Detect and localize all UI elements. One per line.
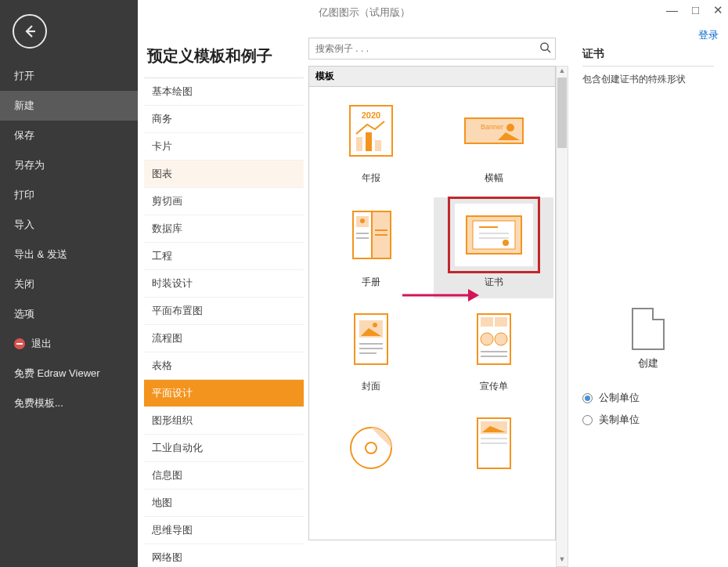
- search-icon[interactable]: [535, 42, 555, 56]
- search-input[interactable]: [309, 43, 535, 54]
- scroll-up-icon[interactable]: ▲: [557, 67, 568, 78]
- sidebar-item-7[interactable]: 关闭: [0, 269, 138, 299]
- category-item[interactable]: 平面设计: [144, 380, 304, 407]
- category-item[interactable]: 时装设计: [144, 270, 304, 298]
- radio-checked-icon: [582, 393, 593, 403]
- new-file-icon: [632, 308, 665, 350]
- svg-text:2020: 2020: [361, 110, 380, 120]
- svg-point-22: [503, 240, 509, 246]
- category-item[interactable]: 流程图: [144, 325, 304, 352]
- flyer-icon: [455, 308, 533, 370]
- sidebar-item-1[interactable]: 新建: [0, 91, 138, 121]
- sidebar-item-6[interactable]: 导出 & 发送: [0, 240, 138, 269]
- sidebar-item-label: 保存: [14, 128, 34, 143]
- category-list: 基本绘图商务卡片图表剪切画数据库工程时装设计平面布置图流程图表格平面设计图形组织…: [144, 78, 304, 562]
- svg-rect-31: [495, 317, 507, 327]
- maximize-button[interactable]: □: [692, 3, 699, 17]
- svg-point-0: [540, 43, 547, 50]
- template-label: 封面: [362, 380, 380, 393]
- template-label: 年报: [362, 172, 380, 185]
- template-certificate[interactable]: 证书: [434, 197, 553, 298]
- templates-panel: 2020年报Banner横幅手册证书封面宣传单: [308, 86, 556, 540]
- sidebar-item-8[interactable]: 选项: [0, 299, 138, 329]
- page-title: 预定义模板和例子: [147, 45, 304, 67]
- cover-icon: [332, 308, 410, 370]
- svg-rect-30: [481, 317, 493, 327]
- sidebar-item-2[interactable]: 保存: [0, 121, 138, 150]
- category-item[interactable]: 数据库: [144, 215, 304, 243]
- category-item[interactable]: 卡片: [144, 133, 304, 161]
- quit-icon: [14, 338, 25, 349]
- category-item[interactable]: 剪切画: [144, 188, 304, 215]
- svg-rect-5: [375, 140, 381, 151]
- certificate-icon: [455, 204, 533, 266]
- template-flyer[interactable]: 宣传单: [434, 302, 553, 403]
- template-label: 证书: [485, 276, 503, 289]
- poster-icon: [455, 412, 533, 475]
- sidebar-item-label: 导出 & 发送: [14, 247, 67, 262]
- sidebar-item-label: 免费模板...: [14, 396, 63, 410]
- sidebar-item-label: 关闭: [14, 277, 34, 291]
- category-item[interactable]: 表格: [144, 352, 304, 380]
- sidebar-item-0[interactable]: 打开: [0, 61, 138, 91]
- template-brochure[interactable]: 手册: [311, 197, 431, 298]
- app-title: 亿图图示（试用版）: [319, 5, 410, 20]
- svg-rect-18: [473, 221, 515, 249]
- svg-point-8: [506, 124, 514, 132]
- radio-unchecked-icon: [582, 415, 593, 425]
- sidebar-item-4[interactable]: 打印: [0, 180, 138, 210]
- search-box[interactable]: [308, 38, 556, 60]
- scroll-down-icon[interactable]: ▼: [557, 555, 568, 566]
- scroll-thumb[interactable]: [557, 78, 567, 148]
- unit-imperial-radio[interactable]: 美制单位: [582, 413, 714, 427]
- template-annual-report[interactable]: 2020年报: [311, 93, 431, 194]
- sidebar-item-label: 导入: [14, 218, 34, 232]
- sidebar-item-label: 另存为: [14, 158, 45, 172]
- close-button[interactable]: ✕: [713, 3, 723, 17]
- template-banner[interactable]: Banner横幅: [434, 93, 553, 194]
- svg-point-12: [360, 218, 365, 223]
- sidebar-item-9[interactable]: 退出: [0, 329, 138, 359]
- cd-icon: [332, 412, 410, 475]
- category-item[interactable]: 地图: [144, 489, 304, 517]
- category-item[interactable]: 思维导图: [144, 517, 304, 544]
- templates-header: 模板: [308, 66, 556, 86]
- sidebar-item-11[interactable]: 免费模板...: [0, 388, 138, 418]
- category-item[interactable]: 图形组织: [144, 407, 304, 435]
- svg-point-37: [366, 442, 377, 453]
- scrollbar[interactable]: ▲ ▼: [556, 66, 568, 567]
- sidebar-item-5[interactable]: 导入: [0, 210, 138, 240]
- category-item[interactable]: 工业自动化: [144, 435, 304, 462]
- sidebar-item-label: 打印: [14, 188, 34, 202]
- category-item[interactable]: 商务: [144, 106, 304, 133]
- banner-icon: Banner: [455, 99, 533, 162]
- category-item[interactable]: 平面布置图: [144, 298, 304, 325]
- create-label: 创建: [638, 356, 658, 370]
- unit-imperial-label: 美制单位: [599, 413, 640, 427]
- create-button[interactable]: 创建: [582, 308, 714, 370]
- sidebar-item-label: 退出: [31, 337, 52, 351]
- sidebar-item-3[interactable]: 另存为: [0, 150, 138, 180]
- template-cd[interactable]: [311, 406, 431, 493]
- category-item[interactable]: 图表: [144, 161, 304, 188]
- sidebar-item-label: 新建: [14, 99, 34, 113]
- category-item[interactable]: 网络图: [144, 544, 304, 562]
- template-poster[interactable]: [434, 406, 553, 493]
- arrow-left-icon: [21, 23, 38, 40]
- template-cover[interactable]: 封面: [311, 302, 431, 403]
- info-description: 包含创建证书的特殊形状: [582, 73, 714, 292]
- back-button[interactable]: [13, 14, 47, 49]
- minimize-button[interactable]: —: [666, 3, 678, 17]
- svg-rect-3: [356, 137, 362, 151]
- svg-rect-4: [366, 132, 372, 151]
- category-item[interactable]: 信息图: [144, 462, 304, 489]
- unit-metric-radio[interactable]: 公制单位: [582, 391, 714, 405]
- sidebar-item-label: 选项: [14, 307, 34, 321]
- brochure-icon: [332, 204, 410, 266]
- svg-point-33: [495, 333, 507, 345]
- category-item[interactable]: 工程: [144, 243, 304, 270]
- category-item[interactable]: 基本绘图: [144, 78, 304, 106]
- sidebar-item-10[interactable]: 免费 Edraw Viewer: [0, 359, 138, 388]
- svg-point-32: [481, 333, 493, 345]
- template-label: 横幅: [485, 172, 503, 185]
